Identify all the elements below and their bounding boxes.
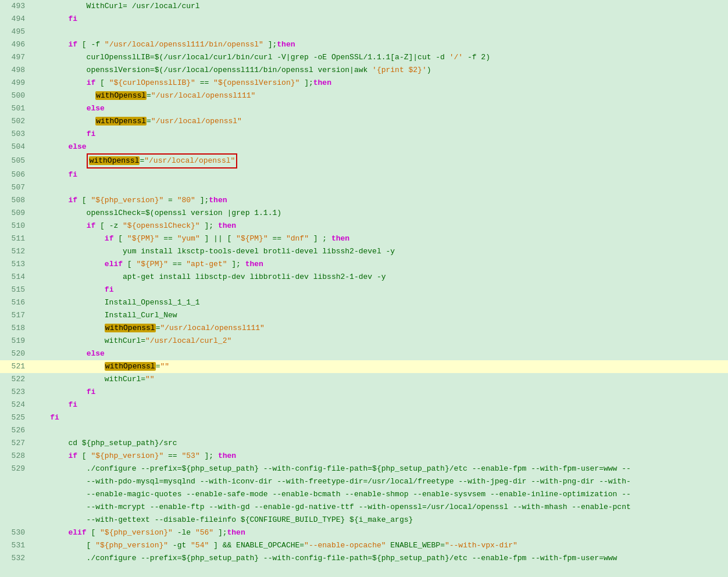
code-line: --with-gettext --disable-fileinfo ${CONF… [0, 514, 728, 526]
line-content: [ "${php_version}" -gt "54" ] && ENABLE_… [32, 539, 728, 552]
line-number: 497 [0, 51, 32, 64]
line-number: 525 [0, 411, 32, 424]
line-content: if [ "${PM}" == "yum" ] || [ "${PM}" == … [32, 232, 728, 245]
code-line-highlighted: 521 withOpenssl="" [0, 360, 728, 373]
code-line: 526 [0, 424, 728, 437]
line-content: else [32, 347, 728, 360]
code-line: 528 if [ "${php_version}" == "53" ]; the… [0, 450, 728, 463]
code-line: 504 else [0, 141, 728, 153]
line-content: elif [ "${php_version}" -le "56" ];then [32, 526, 728, 539]
line-number: 502 [0, 115, 32, 128]
code-line: 523 fi [0, 386, 728, 399]
line-content: fi [32, 399, 728, 411]
code-line: 517 Install_Curl_New [0, 309, 728, 322]
line-number: 531 [0, 539, 32, 552]
code-line: 501 else [0, 102, 728, 115]
line-content: curlOpensslLIB=$(/usr/local/curl/bin/cur… [32, 51, 728, 64]
line-content: withCurl="" [32, 373, 728, 386]
code-line: 498 opensslVersion=$(/usr/local/openssl1… [0, 64, 728, 77]
code-line: 515 fi [0, 284, 728, 296]
code-line: 500 withOpenssl="/usr/local/openssl111" [0, 89, 728, 102]
line-content: fi [32, 386, 728, 399]
code-line: 531 [ "${php_version}" -gt "54" ] && ENA… [0, 539, 728, 552]
line-content: fi [32, 169, 728, 181]
code-line: 496 if [ -f "/usr/local/openssl111/bin/o… [0, 38, 728, 51]
code-line: 514 apt-get install libsctp-dev libbrotl… [0, 271, 728, 284]
code-line: 512 yum install lksctp-tools-devel brotl… [0, 245, 728, 258]
line-content: if [ "${php_version}" == "53" ]; then [32, 450, 728, 463]
line-number: 524 [0, 399, 32, 411]
line-number: 510 [0, 220, 32, 232]
line-content: cd ${php_setup_path}/src [32, 437, 728, 450]
line-number: 529 [0, 463, 32, 475]
line-number: 495 [0, 26, 32, 38]
line-content: elif [ "${PM}" == "apt-get" ]; then [32, 258, 728, 271]
line-number: 526 [0, 424, 32, 437]
line-content: --with-pdo-mysql=mysqlnd --with-iconv-di… [32, 475, 728, 488]
line-content: Install_Openssl_1_1_1 [32, 296, 728, 309]
line-content: if [ "${curlOpensslLIB}" == "${opensslVe… [32, 77, 728, 89]
line-number: 519 [0, 335, 32, 347]
line-content: fi [32, 284, 728, 296]
line-content: fi [32, 128, 728, 141]
code-line: 524 fi [0, 399, 728, 411]
code-line: 527 cd ${php_setup_path}/src [0, 437, 728, 450]
line-content: withCurl="/usr/local/curl_2" [32, 335, 728, 347]
line-number: 493 [0, 0, 32, 13]
code-line: 519 withCurl="/usr/local/curl_2" [0, 335, 728, 347]
line-content: withOpenssl="/usr/local/openssl" [32, 153, 728, 169]
line-number: 494 [0, 13, 32, 26]
code-line: 513 elif [ "${PM}" == "apt-get" ]; then [0, 258, 728, 271]
line-number: 530 [0, 526, 32, 539]
line-number: 498 [0, 64, 32, 77]
line-content: yum install lksctp-tools-devel brotli-de… [32, 245, 728, 258]
line-content: --with-mcrypt --enable-ftp --with-gd --e… [32, 501, 728, 514]
line-content: if [ -f "/usr/local/openssl111/bin/opens… [32, 38, 728, 51]
line-number: 507 [0, 181, 32, 194]
line-number: 522 [0, 373, 32, 386]
code-line: 508 if [ "${php_version}" = "80" ];then [0, 194, 728, 207]
code-line: 511 if [ "${PM}" == "yum" ] || [ "${PM}"… [0, 232, 728, 245]
line-number: 513 [0, 258, 32, 271]
line-content: Install_Curl_New [32, 309, 728, 322]
line-content: fi [32, 411, 728, 424]
line-number: 527 [0, 437, 32, 450]
line-number: 520 [0, 347, 32, 360]
code-line: 502 withOpenssl="/usr/local/openssl" [0, 115, 728, 128]
code-line: 510 if [ -z "${opensslCheck}" ]; then [0, 220, 728, 232]
line-content: ./configure --prefix=${php_setup_path} -… [32, 463, 728, 475]
code-line: --with-pdo-mysql=mysqlnd --with-iconv-di… [0, 475, 728, 488]
code-line: 529 ./configure --prefix=${php_setup_pat… [0, 463, 728, 475]
line-number: 516 [0, 296, 32, 309]
line-content: if [ -z "${opensslCheck}" ]; then [32, 220, 728, 232]
code-line: 525 fi [0, 411, 728, 424]
line-content: else [32, 102, 728, 115]
line-number: 506 [0, 169, 32, 181]
code-line: 495 [0, 26, 728, 38]
line-content: else [32, 141, 728, 153]
code-line: --enable-magic-quotes --enable-safe-mode… [0, 488, 728, 501]
line-number: 511 [0, 232, 32, 245]
line-content: --with-gettext --disable-fileinfo ${CONF… [32, 514, 728, 526]
code-line: 497 curlOpensslLIB=$(/usr/local/curl/bin… [0, 51, 728, 64]
line-number: 532 [0, 552, 32, 565]
line-content: withOpenssl="/usr/local/openssl111" [32, 322, 728, 335]
code-line: 522 withCurl="" [0, 373, 728, 386]
line-content: ./configure --prefix=${php_setup_path} -… [32, 552, 728, 565]
line-content: --enable-magic-quotes --enable-safe-mode… [32, 488, 728, 501]
code-line: 516 Install_Openssl_1_1_1 [0, 296, 728, 309]
line-content: withOpenssl="/usr/local/openssl111" [32, 89, 728, 102]
code-editor: 493 WithCurl= /usr/local/curl 494 fi 495… [0, 0, 728, 577]
line-number: 500 [0, 89, 32, 102]
line-number: 521 [0, 360, 32, 373]
code-line: 503 fi [0, 128, 728, 141]
line-content: opensslCheck=$(openssl version |grep 1.1… [32, 207, 728, 220]
code-line: 507 [0, 181, 728, 194]
line-number: 501 [0, 102, 32, 115]
code-line: 530 elif [ "${php_version}" -le "56" ];t… [0, 526, 728, 539]
code-line: 499 if [ "${curlOpensslLIB}" == "${opens… [0, 77, 728, 89]
line-number: 512 [0, 245, 32, 258]
line-number: 508 [0, 194, 32, 207]
code-line: --with-mcrypt --enable-ftp --with-gd --e… [0, 501, 728, 514]
line-number: 515 [0, 284, 32, 296]
